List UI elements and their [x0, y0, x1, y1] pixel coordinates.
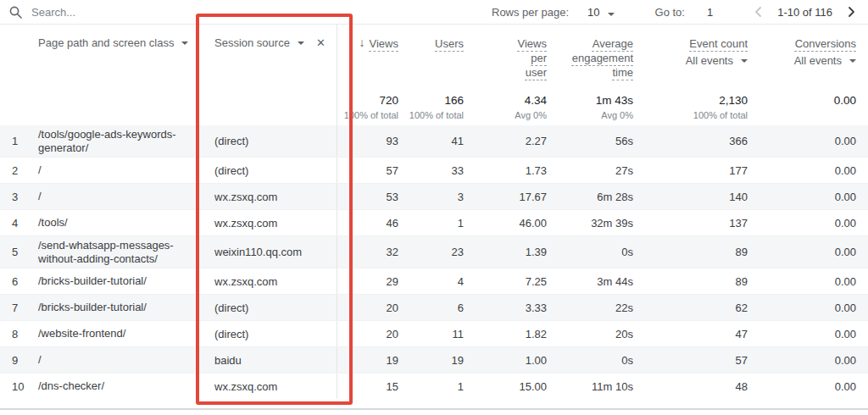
views-cell: 93	[337, 135, 398, 147]
conversions-column-header[interactable]: Conversions All events	[748, 25, 856, 90]
engagement-time-cell: 27s	[547, 164, 633, 177]
totals-views: 720 100% of total	[337, 90, 398, 125]
page-path-cell: /bricks-builder-tutorial/	[38, 272, 198, 290]
conversions-cell: 0.00	[748, 354, 856, 367]
views-per-user-cell: 46.00	[464, 217, 547, 230]
views-per-user-cell: 17.67	[464, 191, 547, 203]
users-cell: 4	[398, 275, 464, 288]
table-row: 5 /send-whatsapp-messages-without-adding…	[0, 235, 868, 268]
row-number: 7	[0, 302, 38, 314]
views-column-header[interactable]: ↓ Views	[337, 25, 398, 90]
views-cell: 29	[337, 275, 398, 288]
engagement-time-cell: 6m 28s	[547, 191, 633, 203]
session-source-cell: wx.zsxq.com	[198, 374, 337, 399]
table-toolbar: Rows per page: 10 Go to: 1 1-10 of 116	[0, 0, 868, 25]
row-number: 3	[0, 191, 38, 203]
remove-column-icon[interactable]: ✕	[316, 36, 326, 49]
row-number-header	[0, 25, 38, 90]
event-count-cell: 89	[633, 275, 748, 288]
rows-per-page-select[interactable]: 10	[587, 6, 614, 19]
views-per-user-cell: 1.39	[464, 246, 547, 258]
conversions-cell: 0.00	[748, 380, 856, 393]
event-count-cell: 140	[633, 191, 748, 203]
dropdown-caret-icon[interactable]	[181, 42, 188, 45]
row-number: 9	[0, 354, 38, 367]
session-source-cell: baidu	[198, 347, 337, 373]
conversions-cell: 0.00	[748, 246, 856, 258]
dropdown-caret-icon[interactable]	[298, 42, 304, 45]
session-source-cell: wx.zsxq.com	[198, 184, 337, 209]
pager: 1-10 of 116	[752, 5, 858, 19]
row-number: 4	[0, 217, 38, 230]
engagement-time-cell: 3m 44s	[547, 275, 633, 288]
conversions-cell: 0.00	[748, 164, 856, 177]
page-path-cell: /	[38, 187, 198, 206]
row-number: 5	[0, 246, 38, 258]
conversions-cell: 0.00	[748, 275, 856, 288]
page-path-cell: /tools/google-ads-keywords-generator/	[38, 125, 198, 157]
table-header-row: Page path and screen class Session sourc…	[0, 25, 868, 90]
next-page-button[interactable]	[844, 5, 858, 19]
session-source-header-label: Session source	[214, 36, 290, 49]
page-path-cell: /	[38, 161, 198, 180]
chevron-down-icon	[608, 13, 615, 16]
row-number: 2	[0, 164, 38, 177]
search-area[interactable]	[8, 5, 492, 19]
users-cell: 1	[398, 217, 464, 230]
page-path-cell: /tools/	[38, 213, 198, 232]
totals-conversions: 0.00	[748, 90, 856, 125]
views-cell: 32	[337, 246, 398, 258]
event-count-cell: 137	[633, 217, 748, 230]
event-count-header-label: Event count	[689, 36, 748, 51]
session-source-cell: (direct)	[198, 125, 337, 157]
table-row: 3 / wx.zsxq.com 53 3 17.67 6m 28s 140 0.…	[0, 183, 868, 209]
table-row: 9 / baidu 19 19 1.00 0s 57 0.00	[0, 346, 868, 373]
page-path-column-header[interactable]: Page path and screen class	[38, 25, 198, 90]
views-per-user-column-header[interactable]: Views per user	[464, 25, 547, 90]
chevron-left-icon	[752, 5, 765, 19]
avg-engagement-column-header[interactable]: Average engagement time	[547, 25, 633, 90]
conversions-filter[interactable]: All events	[794, 54, 856, 67]
views-per-user-cell: 1.73	[464, 164, 547, 177]
event-count-filter[interactable]: All events	[686, 54, 748, 67]
sort-descending-icon: ↓	[359, 36, 365, 49]
session-source-column-header[interactable]: Session source ✕	[198, 25, 337, 90]
views-per-user-cell: 2.27	[464, 135, 547, 147]
search-input[interactable]	[31, 6, 218, 19]
analytics-report-table: Rows per page: 10 Go to: 1 1-10 of 116	[0, 0, 868, 415]
event-count-cell: 48	[633, 380, 748, 393]
views-per-user-cell: 7.25	[464, 275, 547, 288]
event-count-column-header[interactable]: Event count All events	[633, 25, 748, 90]
users-cell: 11	[398, 328, 464, 340]
totals-avg-engagement: 1m 43s Avg 0%	[547, 90, 633, 125]
users-column-header[interactable]: Users	[398, 25, 464, 90]
page-path-cell: /website-frontend/	[38, 324, 198, 343]
totals-users: 166 100% of total	[398, 90, 464, 125]
users-cell: 1	[398, 380, 464, 393]
session-source-cell: wx.zsxq.com	[198, 210, 337, 235]
conversions-cell: 0.00	[748, 328, 856, 340]
views-per-user-cell: 15.00	[464, 380, 547, 393]
table-row: 2 / (direct) 57 33 1.73 27s 177 0.00	[0, 157, 868, 183]
views-per-user-header-label: Views per user	[511, 36, 547, 80]
totals-event-count: 2,130 100% of total	[633, 90, 748, 125]
goto-page-input[interactable]: 1	[707, 6, 713, 19]
event-count-cell: 177	[633, 164, 748, 177]
views-per-user-cell: 1.82	[464, 328, 547, 340]
table-row: 7 /bricks-builder-tutorial/ (direct) 20 …	[0, 294, 868, 320]
session-source-cell: (direct)	[198, 295, 337, 320]
row-number: 10	[0, 380, 38, 393]
session-source-cell: weixin110.qq.com	[198, 236, 337, 268]
users-cell: 19	[398, 354, 464, 367]
previous-page-button[interactable]	[752, 5, 765, 19]
conversions-cell: 0.00	[748, 302, 856, 314]
conversions-cell: 0.00	[748, 135, 856, 147]
row-number: 1	[0, 135, 38, 147]
row-number: 6	[0, 275, 38, 288]
views-cell: 19	[337, 354, 398, 367]
users-cell: 33	[398, 164, 464, 177]
conversions-filter-label: All events	[794, 54, 842, 67]
conversions-cell: 0.00	[748, 191, 856, 203]
views-cell: 57	[337, 164, 398, 177]
views-cell: 20	[337, 328, 398, 340]
